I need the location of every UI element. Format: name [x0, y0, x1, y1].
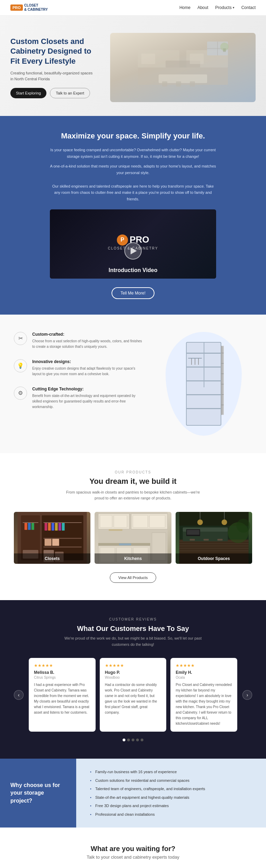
svg-rect-69	[109, 529, 123, 531]
svg-rect-33	[221, 405, 224, 405]
nav-home[interactable]: Home	[179, 5, 190, 10]
innovative-icon: 💡	[14, 359, 27, 372]
hero-kitchen-image	[110, 33, 256, 102]
svg-rect-4	[141, 54, 155, 64]
hero-section: Custom Closets and Cabinetry Designed to…	[0, 16, 266, 116]
reviews-section: CUSTOMER REVIEWS What Our Customers Have…	[0, 600, 266, 759]
video-logo-badge: P	[117, 234, 128, 245]
feature-custom-crafted-content: Custom-crafted: Choose from a vast selec…	[32, 332, 145, 350]
feature-cutting-edge: ⚙ Cutting Edge Technology: Benefit from …	[14, 387, 145, 410]
feature-desc-3: Benefit from state-of-the-art technology…	[32, 393, 145, 410]
product-card-kitchens[interactable]: Kitchens	[95, 512, 171, 564]
products-section: OUR PRODUCTS You dream it, we build it F…	[0, 453, 266, 600]
feature-desc-1: Choose from a vast selection of high-qua…	[32, 338, 145, 350]
dot-4[interactable]	[141, 739, 143, 741]
svg-rect-85	[187, 530, 199, 535]
why-item-2: Talented team of engineers, craftspeople…	[90, 786, 252, 792]
view-all-products-button[interactable]: View All Products	[110, 572, 157, 583]
logo[interactable]: PRO CLOSET& CABINETRY	[10, 3, 48, 12]
tell-me-more-button[interactable]: Tell Me More!	[112, 287, 154, 299]
maximize-p2: A one-of-a-kind solution that meets your…	[50, 163, 216, 176]
dot-0[interactable]	[123, 739, 125, 741]
svg-rect-11	[176, 81, 181, 87]
svg-rect-47	[62, 523, 65, 531]
product-card-closets[interactable]: Closets	[14, 512, 90, 564]
review-stars-2: ★★★★★	[176, 663, 232, 668]
carousel-prev-button[interactable]: ‹	[14, 690, 24, 700]
dot-1[interactable]	[127, 739, 130, 741]
review-stars-0: ★★★★★	[34, 663, 90, 668]
kitchen-sketch-svg	[131, 40, 235, 95]
svg-rect-48	[44, 538, 82, 539]
svg-point-90	[236, 519, 250, 533]
reviews-carousel: ‹ ★★★★★ Melissa B. Citrus Springs I had …	[14, 658, 252, 732]
svg-rect-51	[52, 539, 59, 546]
product-card-outdoor[interactable]: Outdoor Spaces	[176, 512, 252, 564]
reviews-title: What Our Customers Have To Say	[14, 625, 252, 633]
maximize-p3: Our skilled engineers and talented craft…	[50, 183, 216, 202]
dot-3[interactable]	[136, 739, 139, 741]
hero-content: Custom Closets and Cabinetry Designed to…	[10, 37, 94, 99]
closets-label: Closets	[14, 553, 90, 564]
maximize-title: Maximize your space. Simplify your life.	[21, 132, 245, 141]
closet-sketch-circle	[166, 332, 242, 436]
reviewer-location-2: Ocala	[176, 676, 232, 679]
dot-2[interactable]	[132, 739, 134, 741]
svg-rect-31	[221, 384, 224, 385]
svg-point-81	[221, 519, 227, 525]
reviewer-name-0: Melissa B.	[34, 670, 90, 675]
svg-rect-75	[179, 548, 248, 549]
carousel-next-button[interactable]: ›	[242, 690, 252, 700]
navigation: PRO CLOSET& CABINETRY Home About Product…	[0, 0, 266, 16]
reviewer-name-2: Emily H.	[176, 670, 232, 675]
logo-badge: PRO	[10, 4, 23, 11]
outdoor-label: Outdoor Spaces	[176, 553, 252, 564]
maximize-p1: Is your space feeling cramped and uncomf…	[50, 147, 216, 160]
feature-title-2: Innovative designs:	[32, 359, 145, 364]
products-title: You dream it, we build it	[14, 477, 252, 486]
svg-rect-61	[150, 515, 165, 527]
svg-rect-22	[188, 358, 202, 359]
logo-text: CLOSET& CABINETRY	[24, 3, 48, 12]
start-exploring-button[interactable]: Start Exploring	[10, 88, 46, 98]
video-title: Introduction Video	[108, 267, 157, 273]
svg-rect-88	[217, 539, 222, 541]
why-section: Why choose us for your storage project? …	[0, 759, 266, 828]
svg-rect-28	[221, 353, 224, 353]
svg-rect-21	[204, 342, 204, 387]
svg-rect-20	[186, 408, 221, 409]
review-card-2: ★★★★★ Emily H. Ocala Pro Closet and Cabi…	[170, 658, 237, 732]
nav-products[interactable]: Products▾	[215, 5, 234, 10]
review-text-0: I had a great experience with Pro Closet…	[34, 682, 90, 715]
why-left: Why choose us for your storage project?	[0, 759, 76, 828]
svg-rect-30	[221, 373, 224, 374]
svg-rect-39	[25, 523, 27, 530]
play-button[interactable]	[124, 242, 142, 260]
chevron-down-icon: ▾	[233, 6, 234, 9]
custom-crafted-icon: ✂	[14, 332, 27, 345]
svg-rect-10	[162, 81, 167, 87]
feature-desc-2: Enjoy creative custom designs that adapt…	[32, 366, 145, 377]
feature-cutting-edge-content: Cutting Edge Technology: Benefit from st…	[32, 387, 145, 410]
kitchens-label: Kitchens	[95, 553, 171, 564]
carousel-dots	[14, 739, 252, 741]
intro-video[interactable]: P PRO CLOSET & CABINETRY Introduction Vi…	[50, 209, 216, 279]
why-item-4: Free 3D design plans and project estimat…	[90, 803, 252, 809]
maximize-section: Maximize your space. Simplify your life.…	[0, 116, 266, 315]
why-item-1: Custom solutions for residential and com…	[90, 778, 252, 784]
feature-custom-crafted: ✂ Custom-crafted: Choose from a vast sel…	[14, 332, 145, 350]
svg-rect-86	[189, 539, 195, 541]
svg-rect-38	[44, 522, 82, 523]
nav-about[interactable]: About	[197, 5, 208, 10]
review-card-0: ★★★★★ Melissa B. Citrus Springs I had a …	[29, 658, 96, 732]
nav-links: Home About Products▾ Contact	[179, 5, 256, 10]
svg-rect-19	[186, 394, 221, 395]
svg-rect-59	[114, 515, 127, 527]
hero-title: Custom Closets and Cabinetry Designed to…	[10, 37, 94, 66]
svg-rect-60	[133, 515, 148, 527]
nav-contact[interactable]: Contact	[241, 5, 256, 10]
svg-rect-29	[221, 363, 224, 364]
contact-section: What are you waiting for? Talk to your c…	[0, 828, 266, 868]
why-right: Family-run business with 16 years of exp…	[76, 759, 266, 828]
talk-to-expert-button[interactable]: Talk to an Expert	[50, 88, 90, 98]
